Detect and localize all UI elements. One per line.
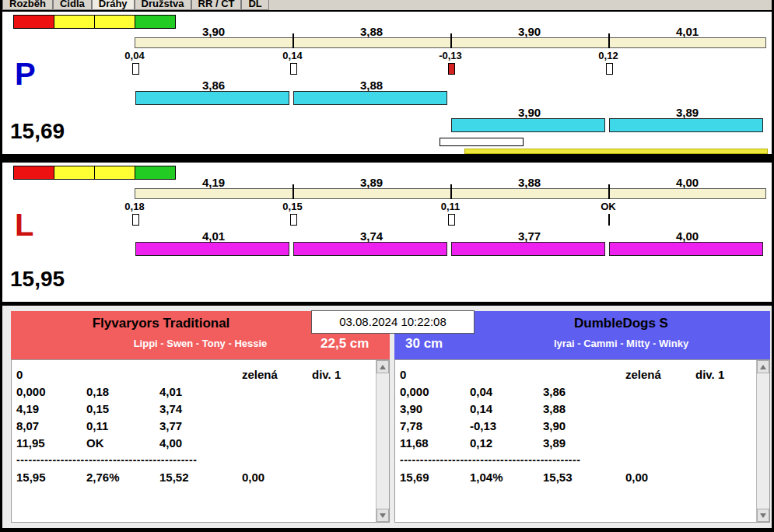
table-cell: 0 (16, 368, 23, 381)
delta-marker (448, 63, 455, 75)
split-time-label: 3,88 (450, 176, 608, 189)
results-table-left[interactable]: 0zelenádiv. 10,0000,184,014,190,153,748,… (11, 359, 390, 523)
split-bar-label: 4,00 (608, 229, 766, 243)
dashes-divider: ----------------------------------------… (16, 453, 197, 466)
scrollbar[interactable] (376, 360, 389, 522)
totals-cell: 0,00 (242, 471, 264, 484)
table-cell: 3,90 (400, 402, 422, 415)
totals-cell: 15,52 (159, 471, 189, 484)
table-cell: 0,18 (86, 385, 109, 398)
table-cell: 0,11 (86, 419, 108, 432)
traffic-light-segment (94, 166, 135, 180)
table-cell: 8,07 (16, 419, 39, 432)
team-name: DumbleDogs S (472, 316, 770, 331)
delta-marker (606, 63, 613, 75)
scroll-up-button[interactable] (376, 360, 389, 373)
table-cell: 0,14 (470, 402, 492, 415)
delta-label: 0,18 (103, 201, 166, 212)
totals-cell: 15,95 (16, 471, 46, 484)
table-cell: zelená (625, 368, 661, 381)
table-cell: 3,86 (543, 385, 566, 398)
totals-cell: 15,69 (400, 471, 429, 484)
table-cell: 3,77 (159, 419, 182, 432)
table-body: 0zelenádiv. 10,0000,184,014,190,153,748,… (12, 360, 376, 522)
chevron-down-icon (380, 513, 386, 518)
split-bar-label: 3,86 (135, 79, 292, 92)
table-cell: 0,12 (470, 436, 492, 450)
tabbar: RozběhČidlaDráhyDružstvaRR / ČTDL (2, 0, 772, 10)
split-bar-label: 3,74 (292, 229, 450, 243)
scroll-down-button[interactable] (757, 509, 769, 522)
delta-marker (132, 63, 139, 75)
totals-cell: 0,00 (625, 471, 648, 484)
finish-marker-box (440, 138, 524, 146)
scrollbar[interactable] (756, 360, 769, 522)
lane-panel-l: L15,954,193,893,884,000,180,150,11OK4,01… (2, 161, 772, 303)
delta-marker (448, 214, 455, 226)
split-bar (451, 118, 605, 132)
table-cell: div. 1 (695, 368, 724, 381)
results-table-right[interactable]: 0zelenádiv. 10,0000,043,863,900,143,887,… (394, 359, 770, 523)
lane-total: 15,95 (10, 267, 65, 292)
split-time-label: 3,88 (292, 25, 450, 38)
table-body: 0zelenádiv. 10,0000,043,863,900,143,887,… (395, 360, 756, 522)
table-cell: 11,68 (400, 436, 429, 450)
tab-cidla[interactable]: Čidla (53, 0, 92, 10)
table-cell: 11,95 (16, 436, 45, 450)
scroll-up-button[interactable] (757, 360, 769, 373)
traffic-light-segment (54, 166, 95, 180)
tab-rr-ct[interactable]: RR / ČT (191, 0, 242, 10)
table-cell: 4,19 (16, 402, 39, 415)
lane-total: 15,69 (10, 119, 65, 144)
segment-divider (608, 33, 610, 48)
highlight-bar (464, 149, 768, 154)
delta-label: 0,11 (419, 201, 482, 212)
delta-marker (290, 214, 297, 226)
segment-divider (450, 184, 452, 199)
chevron-down-icon (760, 513, 766, 518)
totals-cell: 15,53 (543, 471, 573, 484)
jump-height: 30 cm (405, 336, 443, 352)
split-bar (609, 242, 763, 256)
split-time-label: 3,90 (135, 25, 292, 38)
split-bar (609, 118, 763, 132)
traffic-light-segment (13, 15, 54, 29)
table-cell: 3,90 (543, 419, 566, 432)
split-bar (293, 91, 447, 105)
tab-drahy[interactable]: Dráhy (92, 0, 135, 10)
table-cell: 0,000 (400, 385, 429, 398)
table-cell: 3,89 (543, 436, 566, 450)
totals-cell: 2,76% (86, 471, 120, 484)
table-cell: 4,00 (159, 436, 182, 450)
lane-letter: P (15, 58, 36, 89)
split-bar-label: 4,01 (135, 229, 292, 243)
chevron-up-icon (380, 365, 386, 369)
totals-cell: 1,04% (470, 471, 503, 484)
delta-label: -0,13 (419, 50, 482, 61)
delta-label: 0,14 (261, 50, 324, 61)
screen: RozběhČidlaDráhyDružstvaRR / ČTDL Flyvar… (0, 0, 774, 532)
tab-druzstva[interactable]: Družstva (135, 0, 191, 10)
table-cell: 3,88 (543, 402, 566, 415)
scroll-down-button[interactable] (376, 509, 389, 522)
delta-marker (132, 214, 139, 226)
split-time-label: 3,89 (292, 176, 450, 189)
split-time-label: 4,01 (608, 25, 766, 38)
tab-dl[interactable]: DL (241, 0, 268, 10)
chevron-up-icon (760, 365, 766, 369)
split-time-label: 4,00 (608, 176, 766, 189)
table-cell: div. 1 (312, 368, 341, 381)
split-bar-label: 3,77 (450, 229, 608, 243)
table-cell: 7,78 (400, 419, 422, 432)
segment-divider (608, 184, 610, 199)
lane-letter: L (15, 209, 33, 240)
split-bar-label: 3,88 (292, 79, 450, 92)
tab-rozbeh[interactable]: Rozběh (2, 0, 53, 10)
dashes-divider: ----------------------------------------… (400, 453, 580, 466)
split-bar (135, 91, 289, 105)
team-name: Flyvaryors Traditional (11, 316, 311, 331)
table-cell: zelená (242, 368, 278, 381)
split-bar-label: 3,90 (450, 106, 608, 119)
delta-marker (608, 214, 610, 226)
table-cell: 0,000 (16, 385, 46, 398)
